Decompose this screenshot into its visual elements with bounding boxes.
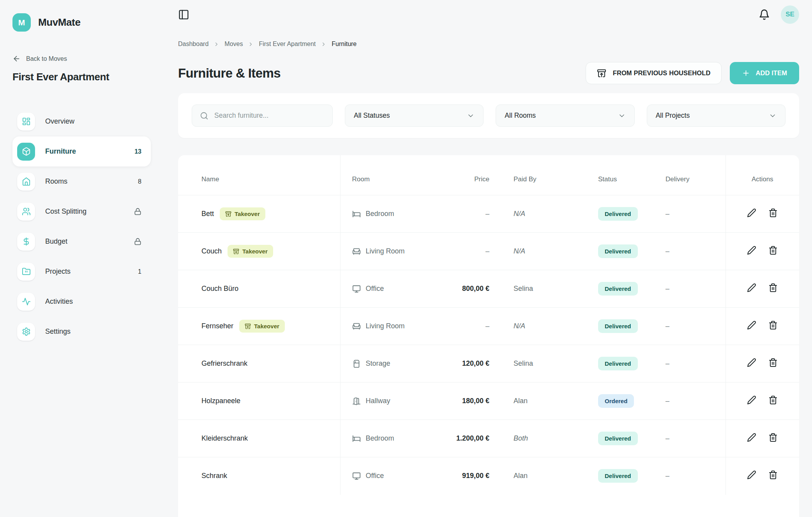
table-row: Schrank Office 919,00 € Alan Delivered – xyxy=(178,457,799,495)
takeover-badge: Takeover xyxy=(228,245,273,258)
item-paid-by: Alan xyxy=(514,472,528,480)
from-previous-household-button[interactable]: FROM PREVIOUS HOUSEHOLD xyxy=(586,62,722,84)
sidebar-item-label: Activities xyxy=(45,297,141,306)
search-input[interactable] xyxy=(214,112,325,120)
item-name: Couch Büro xyxy=(201,285,238,293)
filter-select-all-statuses[interactable]: All Statuses xyxy=(345,104,484,127)
item-price: 800,00 € xyxy=(462,285,489,292)
add-item-label: ADD ITEM xyxy=(756,69,787,77)
chevron-right-icon xyxy=(214,41,219,47)
item-room: Office xyxy=(366,472,384,480)
sofa-icon xyxy=(352,322,361,331)
arrow-left-icon xyxy=(12,55,21,63)
sidebar-item-settings[interactable]: Settings xyxy=(12,317,151,347)
item-room: Hallway xyxy=(366,397,390,405)
sidebar-item-activities[interactable]: Activities xyxy=(12,287,151,317)
monitor-icon xyxy=(352,285,361,293)
column-header-room: Room xyxy=(340,155,441,195)
filter-select-all-projects[interactable]: All Projects xyxy=(647,104,786,127)
edit-button[interactable] xyxy=(747,433,756,442)
app-name: MuvMate xyxy=(38,16,80,28)
breadcrumb-item[interactable]: Dashboard xyxy=(178,41,208,48)
avatar[interactable]: SE xyxy=(781,5,799,24)
table-row: Couch Takeover Living Room – N/A Deliver… xyxy=(178,233,799,270)
delete-button[interactable] xyxy=(768,358,778,367)
breadcrumb: Dashboard Moves First Ever Apartment Fur… xyxy=(178,41,799,48)
home-icon xyxy=(22,177,31,186)
edit-button[interactable] xyxy=(747,470,756,480)
table-row: Couch Büro Office 800,00 € Selina Delive… xyxy=(178,270,799,308)
item-delivery: – xyxy=(665,285,669,292)
table-row: Holzpaneele Hallway 180,00 € Alan Ordere… xyxy=(178,382,799,420)
lock-icon xyxy=(134,238,141,245)
door-icon xyxy=(352,397,361,405)
item-name: Holzpaneele xyxy=(201,397,240,405)
edit-button[interactable] xyxy=(747,283,756,292)
delete-button[interactable] xyxy=(768,470,778,480)
status-badge: Delivered xyxy=(598,432,638,445)
sidebar-item-label: Rooms xyxy=(45,177,128,186)
select-value: All Rooms xyxy=(505,112,536,120)
edit-button[interactable] xyxy=(747,395,756,405)
sidebar-item-overview[interactable]: Overview xyxy=(12,106,151,136)
delete-button[interactable] xyxy=(768,320,778,330)
status-badge: Delivered xyxy=(598,207,638,221)
sidebar-item-budget[interactable]: Budget xyxy=(12,227,151,257)
delete-button[interactable] xyxy=(768,395,778,405)
dashboard-icon xyxy=(22,117,31,126)
item-room: Office xyxy=(366,285,384,293)
item-price: – xyxy=(485,322,489,330)
breadcrumb-item[interactable]: First Ever Apartment xyxy=(259,41,316,48)
sidebar-item-rooms[interactable]: Rooms 8 xyxy=(12,166,151,197)
item-delivery: – xyxy=(665,322,669,330)
item-price: 919,00 € xyxy=(462,472,489,480)
folder-icon xyxy=(22,267,31,276)
item-price: 180,00 € xyxy=(462,397,489,405)
chevron-down-icon xyxy=(467,112,475,120)
delete-button[interactable] xyxy=(768,246,778,255)
edit-button[interactable] xyxy=(747,358,756,367)
breadcrumb-item[interactable]: Moves xyxy=(224,41,243,48)
users-icon xyxy=(22,207,31,216)
sidebar-item-label: Budget xyxy=(45,237,124,246)
nav-icon-box xyxy=(17,113,35,131)
back-to-moves-link[interactable]: Back to Moves xyxy=(12,55,151,63)
fridge-icon xyxy=(352,359,361,368)
edit-button[interactable] xyxy=(747,208,756,218)
status-badge: Ordered xyxy=(598,394,634,408)
back-label: Back to Moves xyxy=(26,55,67,62)
takeover-badge: Takeover xyxy=(239,320,285,333)
sidebar-toggle-icon[interactable] xyxy=(178,9,189,20)
item-room: Storage xyxy=(366,359,390,368)
move-title: First Ever Apartment xyxy=(12,71,151,83)
sidebar-item-count: 8 xyxy=(138,178,141,185)
archive-restore-icon xyxy=(225,211,231,217)
takeover-badge: Takeover xyxy=(220,207,265,220)
edit-button[interactable] xyxy=(747,246,756,255)
delete-button[interactable] xyxy=(768,208,778,218)
app-logo-badge: M xyxy=(12,13,31,32)
column-header-status: Status xyxy=(591,155,658,195)
item-delivery: – xyxy=(665,359,669,367)
monitor-icon xyxy=(352,472,361,480)
furniture-table-card: NameRoomPricePaid ByStatusDeliveryAction… xyxy=(178,155,799,517)
edit-button[interactable] xyxy=(747,320,756,330)
sidebar-item-furniture[interactable]: Furniture 13 xyxy=(12,136,151,166)
delete-button[interactable] xyxy=(768,433,778,442)
delete-button[interactable] xyxy=(768,283,778,292)
table-row: Gefrierschrank Storage 120,00 € Selina D… xyxy=(178,345,799,382)
item-delivery: – xyxy=(665,210,669,218)
nav-icon-box xyxy=(17,203,35,221)
page-title: Furniture & Items xyxy=(178,66,281,81)
add-item-button[interactable]: ADD ITEM xyxy=(730,62,799,84)
item-price: 120,00 € xyxy=(462,359,489,367)
item-room: Living Room xyxy=(366,322,405,330)
activity-icon xyxy=(22,297,31,306)
sidebar-item-projects[interactable]: Projects 1 xyxy=(12,257,151,287)
filter-select-all-rooms[interactable]: All Rooms xyxy=(496,104,634,127)
sidebar-item-count: 1 xyxy=(138,268,141,275)
status-badge: Delivered xyxy=(598,282,638,296)
column-header-actions: Actions xyxy=(726,155,799,195)
bell-icon[interactable] xyxy=(759,9,770,20)
sidebar-item-cost-splitting[interactable]: Cost Splitting xyxy=(12,197,151,227)
